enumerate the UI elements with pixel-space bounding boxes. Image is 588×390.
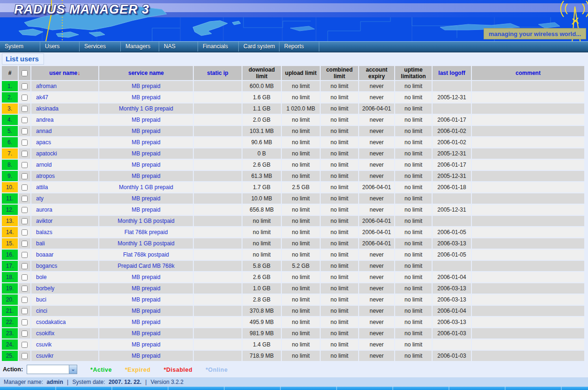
account-expiry-cell: 2006-04-01 — [359, 103, 394, 114]
user-link[interactable]: andrea — [31, 115, 98, 125]
table-row: 3.aksinadaMonthly 1 GB prepaid1.1 GB1 02… — [2, 103, 584, 114]
user-link[interactable]: bali — [31, 238, 98, 249]
row-checkbox[interactable] — [22, 117, 28, 123]
menu-item-users[interactable]: Users — [40, 42, 80, 52]
row-checkbox[interactable] — [22, 263, 28, 269]
menu-item-card-system[interactable]: Card system — [239, 42, 279, 52]
user-link[interactable]: arnold — [31, 160, 98, 170]
user-link[interactable]: attila — [31, 182, 98, 192]
user-link[interactable]: atropos — [31, 171, 98, 181]
user-link[interactable]: borbely — [31, 283, 98, 294]
row-checkbox[interactable] — [22, 229, 28, 235]
column-header-comment[interactable]: comment — [472, 66, 584, 80]
combined-limit-cell: no limit — [321, 193, 358, 204]
menu-item-nas[interactable]: NAS — [159, 42, 198, 52]
row-number-cell: 14. — [2, 227, 18, 237]
row-checkbox[interactable] — [22, 353, 28, 359]
user-link[interactable]: aksinada — [31, 103, 98, 114]
row-checkbox[interactable] — [22, 184, 28, 191]
action-select[interactable]: ⌄ — [27, 365, 77, 374]
user-link[interactable]: aviktor — [31, 216, 98, 226]
user-link[interactable]: csokifix — [31, 328, 98, 338]
row-number-cell: 25. — [2, 351, 18, 361]
table-row: 7.apatockiMB prepaid0 Bno limitno limitn… — [2, 148, 584, 159]
row-checkbox[interactable] — [22, 319, 28, 325]
menu-item-managers[interactable]: Managers — [121, 42, 159, 52]
upload-limit-cell: no limit — [282, 148, 320, 159]
column-header-static-ip[interactable]: static ip — [194, 66, 242, 80]
user-link[interactable]: boaaar — [31, 250, 98, 260]
select-all-checkbox[interactable] — [22, 70, 28, 76]
menu-item-financials[interactable]: Financials — [198, 42, 239, 52]
service-name-cell: Flat 768k prepaid — [99, 227, 193, 237]
row-checkbox[interactable] — [22, 140, 28, 146]
legend-expired: *Expired — [125, 367, 151, 373]
account-expiry-cell: never — [359, 272, 394, 282]
row-checkbox[interactable] — [22, 218, 28, 224]
uptime-limitation-cell: no limit — [395, 238, 432, 249]
row-checkbox[interactable] — [22, 342, 28, 348]
user-link[interactable]: apacs — [31, 137, 98, 147]
comment-cell — [472, 115, 584, 125]
table-row: 10.attilaMonthly 1 GB prepaid1.7 GB2.5 G… — [2, 182, 584, 192]
account-expiry-cell: never — [359, 339, 394, 350]
menu-item-system[interactable]: System — [0, 42, 40, 52]
user-link[interactable]: cinci — [31, 306, 98, 316]
row-checkbox[interactable] — [22, 274, 28, 280]
row-checkbox[interactable] — [22, 252, 28, 258]
download-limit-cell: 1.4 GB — [243, 339, 281, 350]
user-link[interactable]: csuvik — [31, 339, 98, 350]
row-checkbox[interactable] — [22, 128, 28, 134]
static-ip-cell — [194, 115, 242, 125]
comment-cell — [472, 238, 584, 249]
row-checkbox[interactable] — [22, 106, 28, 112]
last-logoff-cell — [433, 261, 471, 271]
table-row: 6.apacsMB prepaid90.6 MBno limitno limit… — [2, 137, 584, 147]
user-link[interactable]: buci — [31, 294, 98, 305]
row-checkbox[interactable] — [22, 308, 28, 314]
column-header-last-logoff[interactable]: last logoff — [433, 66, 471, 80]
banner: RADIUS MANAGER 3 managing your wireless … — [0, 0, 588, 41]
user-link[interactable]: bole — [31, 272, 98, 282]
service-name-cell: MB prepaid — [99, 115, 193, 125]
menu-item-reports[interactable]: Reports — [279, 42, 319, 52]
status-legend: *Active*Expired*Disabled*Online — [90, 365, 241, 374]
row-checkbox[interactable] — [22, 83, 28, 89]
download-limit-cell: 600.0 MB — [243, 81, 281, 91]
service-name-cell: Monthly 1 GB prepaid — [99, 103, 193, 114]
row-checkbox[interactable] — [22, 162, 28, 168]
last-logoff-cell — [433, 103, 471, 114]
comment-cell — [472, 126, 584, 136]
user-link[interactable]: balazs — [31, 227, 98, 237]
user-link[interactable]: aty — [31, 193, 98, 204]
user-link[interactable]: annad — [31, 126, 98, 136]
combined-limit-cell: no limit — [321, 92, 358, 103]
row-checkbox[interactable] — [22, 151, 28, 157]
service-name-cell: MB prepaid — [99, 92, 193, 103]
row-checkbox[interactable] — [22, 286, 28, 292]
column-header-user-name[interactable]: user name↓ — [31, 66, 98, 80]
user-link[interactable]: apatocki — [31, 148, 98, 159]
last-logoff-cell: 2006-03-13 — [433, 294, 471, 305]
account-expiry-cell: never — [359, 261, 394, 271]
user-link[interactable]: afroman — [31, 81, 98, 91]
user-link[interactable]: aurora — [31, 205, 98, 215]
last-logoff-cell: 2006-01-18 — [433, 182, 471, 192]
row-checkbox[interactable] — [22, 196, 28, 202]
row-checkbox[interactable] — [22, 331, 28, 337]
chevron-down-icon[interactable]: ⌄ — [69, 365, 77, 374]
row-checkbox[interactable] — [22, 297, 28, 303]
user-link[interactable]: bogancs — [31, 261, 98, 271]
column-header-service-name[interactable]: service name — [99, 66, 193, 80]
row-checkbox-cell — [19, 160, 30, 170]
user-link[interactable]: csuvikr — [31, 351, 98, 361]
row-checkbox[interactable] — [22, 207, 28, 213]
row-checkbox[interactable] — [22, 241, 28, 247]
account-expiry-cell: never — [359, 250, 394, 260]
user-link[interactable]: csodakatica — [31, 317, 98, 327]
user-link[interactable]: ak47 — [31, 92, 98, 103]
row-checkbox[interactable] — [22, 173, 28, 179]
upload-limit-cell: no limit — [282, 272, 320, 282]
menu-item-services[interactable]: Services — [80, 42, 121, 52]
row-checkbox[interactable] — [22, 95, 28, 101]
